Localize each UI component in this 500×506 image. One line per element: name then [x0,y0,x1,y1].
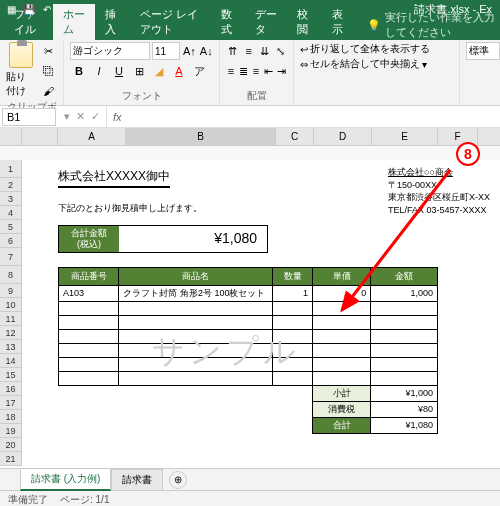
callout-badge: 8 [456,142,480,166]
row-header[interactable]: 19 [0,424,21,438]
row-header[interactable]: 9 [0,284,21,298]
add-sheet-button[interactable]: ⊕ [169,471,187,489]
invoice-recipient: 株式会社XXXXX御中 [58,168,170,188]
number-format-select[interactable] [466,42,500,60]
row-header[interactable]: 18 [0,410,21,424]
tab-data[interactable]: データ [245,4,287,40]
shrink-font-icon[interactable]: A↓ [199,42,214,60]
wrap-text-button[interactable]: ↩折り返して全体を表示する [300,42,453,56]
fill-color-button[interactable]: ◢ [150,62,168,80]
table-row [59,301,438,315]
tell-me-input[interactable]: 💡実行したい作業を入力してください [367,10,496,40]
row-header[interactable]: 12 [0,326,21,340]
enter-formula-icon[interactable]: ✕ [76,110,85,123]
select-all-corner[interactable] [0,128,22,146]
row-header[interactable]: 20 [0,438,21,452]
table-row [59,357,438,371]
row-header[interactable]: 7 [0,248,21,266]
tab-review[interactable]: 校閲 [287,4,322,40]
row-header[interactable]: 8 [0,266,21,284]
fx-label: fx [113,111,122,123]
cut-icon[interactable]: ✂ [39,42,57,60]
col-header[interactable]: E [372,128,438,145]
total-box: 合計金額(税込) ¥1,080 [58,225,268,253]
col-header[interactable]: B [126,128,276,145]
row-header[interactable]: 4 [0,206,21,220]
row-header[interactable]: 13 [0,340,21,354]
tab-pagelayout[interactable]: ページ レイアウト [130,4,211,40]
col-margin [22,128,58,145]
format-painter-icon[interactable]: 🖌 [39,82,57,100]
indent-inc-icon[interactable]: ⇥ [276,62,287,80]
align-bottom-icon[interactable]: ⇊ [258,42,272,60]
status-ready: 準備完了 [8,493,48,507]
merge-center-button[interactable]: ⇔セルを結合して中央揃え ▾ [300,57,453,71]
table-row [59,329,438,343]
font-color-button[interactable]: A [170,62,188,80]
grow-font-icon[interactable]: A↑ [182,42,197,60]
border-button[interactable]: ⊞ [130,62,148,80]
table-row [59,315,438,329]
col-header[interactable]: D [314,128,372,145]
sender-info: 株式会社○○商会 〒150-00XX 東京都渋谷区桜丘町X-XX TEL/FAX… [388,166,490,216]
row-header[interactable]: 16 [0,382,21,396]
font-name-select[interactable] [70,42,150,60]
font-group-label: フォント [70,89,213,103]
row-header[interactable]: 3 [0,192,21,206]
copy-icon[interactable]: ⿻ [39,62,57,80]
tab-file[interactable]: ファイル [4,4,53,40]
insert-fn-icon[interactable]: ✓ [91,110,100,123]
tab-home[interactable]: ホーム [53,4,95,40]
underline-button[interactable]: U [110,62,128,80]
table-row [59,371,438,385]
tab-formulas[interactable]: 数式 [211,4,246,40]
align-middle-icon[interactable]: ≡ [242,42,256,60]
phonetic-button[interactable]: ア [190,62,208,80]
name-box[interactable] [2,108,56,126]
align-top-icon[interactable]: ⇈ [226,42,240,60]
items-table: 商品番号 商品名 数量 単価 金額 A103 クラフト封筒 角形2号 100枚セ… [58,267,438,434]
align-left-icon[interactable]: ≡ [226,62,236,80]
italic-button[interactable]: I [90,62,108,80]
indent-dec-icon[interactable]: ⇤ [263,62,274,80]
sheet-tab-active[interactable]: 請求書 (入力例) [20,468,111,491]
formula-bar[interactable]: fx [106,106,500,127]
row-header[interactable]: 21 [0,452,21,466]
orientation-icon[interactable]: ⤡ [273,42,287,60]
table-row [59,343,438,357]
col-header[interactable]: A [58,128,126,145]
wrap-icon: ↩ [300,44,308,55]
row-header[interactable]: 2 [0,178,21,192]
sheet-tab[interactable]: 請求書 [111,469,163,490]
align-right-icon[interactable]: ≡ [251,62,261,80]
table-row: A103 クラフト封筒 角形2号 100枚セット 1 0 1,000 [59,285,438,301]
merge-icon: ⇔ [300,59,308,70]
tab-view[interactable]: 表示 [322,4,357,40]
row-header[interactable]: 6 [0,234,21,248]
row-header[interactable]: 10 [0,298,21,312]
font-size-select[interactable] [152,42,180,60]
bulb-icon: 💡 [367,19,381,32]
row-header[interactable]: 5 [0,220,21,234]
align-group-label: 配置 [226,89,287,103]
cancel-formula-icon[interactable]: ▾ [64,110,70,123]
row-header[interactable]: 11 [0,312,21,326]
row-header[interactable]: 1 [0,160,21,178]
row-header[interactable]: 17 [0,396,21,410]
bold-button[interactable]: B [70,62,88,80]
status-page: ページ: 1/1 [60,493,109,507]
align-center-icon[interactable]: ≣ [238,62,249,80]
paste-button[interactable]: 貼り付け [6,42,35,98]
col-header[interactable]: C [276,128,314,145]
row-header[interactable]: 14 [0,354,21,368]
tab-insert[interactable]: 挿入 [95,4,130,40]
row-header[interactable]: 15 [0,368,21,382]
